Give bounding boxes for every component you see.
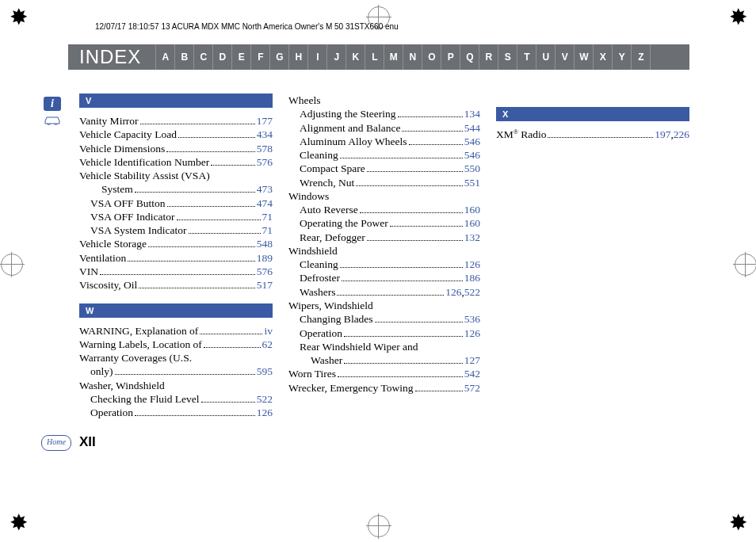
- registration-mark: [0, 252, 23, 276]
- index-page-link[interactable]: 71: [262, 223, 273, 237]
- info-icon[interactable]: i: [44, 97, 61, 111]
- alpha-link-o[interactable]: O: [422, 44, 441, 70]
- alpha-link-c[interactable]: C: [194, 44, 213, 70]
- index-page-link[interactable]: 578: [257, 142, 273, 155]
- index-entry-label: VSA System Indicator: [90, 223, 187, 237]
- index-page-link[interactable]: 71: [262, 210, 273, 223]
- index-page-link[interactable]: 127: [464, 353, 480, 367]
- index-entry-label: Alignment and Balance: [300, 121, 400, 135]
- alpha-link-p[interactable]: P: [441, 44, 460, 70]
- index-page-link[interactable]: 550: [464, 162, 480, 175]
- alpha-link-j[interactable]: J: [327, 44, 346, 70]
- index-page-link[interactable]: 551: [464, 176, 480, 189]
- index-page-link[interactable]: 522: [464, 285, 480, 299]
- index-entry-label: Auto Reverse: [300, 203, 358, 216]
- index-entry-label: Rear, Defogger: [300, 231, 365, 244]
- alpha-link-m[interactable]: M: [384, 44, 403, 70]
- index-entry-label: Warning Labels, Location of: [79, 338, 202, 351]
- index-entry-label: Windows: [288, 189, 329, 203]
- index-page-link[interactable]: 160: [464, 203, 480, 216]
- index-page-link[interactable]: 576: [257, 265, 273, 278]
- index-entry: Checking the Fluid Level522: [79, 392, 273, 406]
- index-entry: VSA System Indicator71: [79, 223, 273, 237]
- alpha-link-l[interactable]: L: [365, 44, 384, 70]
- index-entry-label: Worn Tires: [288, 367, 336, 380]
- index-entry: Alignment and Balance544: [288, 121, 480, 135]
- index-page-link[interactable]: 226: [674, 128, 689, 141]
- index-page-link[interactable]: 177: [257, 114, 273, 128]
- index-page-link[interactable]: 189: [257, 251, 273, 265]
- alpha-link-d[interactable]: D: [213, 44, 232, 70]
- index-page-link[interactable]: 126: [257, 406, 273, 419]
- index-page-link[interactable]: 536: [464, 312, 480, 326]
- index-entry-label: Operation: [90, 406, 133, 419]
- index-entry: XM® Radio197, 226: [496, 128, 689, 141]
- index-entry: Washers126, 522: [288, 285, 480, 299]
- index-page-link[interactable]: 126: [464, 258, 480, 271]
- alpha-link-f[interactable]: F: [251, 44, 270, 70]
- index-entry: Vehicle Identification Number576: [79, 155, 273, 169]
- index-page-link[interactable]: 186: [464, 271, 480, 284]
- index-page-link[interactable]: 160: [464, 216, 480, 230]
- index-entry: System473: [79, 182, 273, 196]
- car-icon[interactable]: [44, 114, 61, 125]
- index-entry-label: Wrecker, Emergency Towing: [288, 381, 414, 395]
- alpha-link-y[interactable]: Y: [613, 44, 632, 70]
- index-entry: Washer127: [288, 353, 480, 367]
- alpha-link-e[interactable]: E: [232, 44, 251, 70]
- alpha-link-u[interactable]: U: [536, 44, 556, 70]
- alpha-link-x[interactable]: X: [594, 44, 613, 70]
- index-entry: VSA OFF Button474: [79, 197, 273, 210]
- index-header-bar: INDEX ABCDEFGHIJKLMNOPQRSTUVWXYZ: [68, 44, 689, 70]
- index-entry: only)595: [79, 365, 273, 378]
- index-page-link[interactable]: 595: [257, 365, 273, 378]
- index-entry: Ventilation189: [79, 251, 273, 265]
- index-page-link[interactable]: 517: [257, 278, 273, 292]
- index-entry: Worn Tires542: [288, 367, 480, 380]
- index-entry-label: VSA OFF Indicator: [90, 210, 175, 223]
- alpha-link-r[interactable]: R: [479, 44, 498, 70]
- index-entry: Wrecker, Emergency Towing572: [288, 381, 480, 395]
- index-entry: Operating the Power160: [288, 216, 480, 230]
- index-page-link[interactable]: 134: [464, 107, 480, 120]
- index-page-link[interactable]: 197: [655, 128, 670, 141]
- index-entry-label: Checking the Fluid Level: [90, 392, 200, 406]
- index-page-link[interactable]: 434: [257, 128, 273, 141]
- alpha-link-s[interactable]: S: [498, 44, 517, 70]
- index-page-link[interactable]: 522: [257, 392, 273, 406]
- home-button[interactable]: Home: [41, 435, 71, 451]
- alpha-link-a[interactable]: A: [155, 44, 175, 70]
- index-entry: Aluminum Alloy Wheels546: [288, 135, 480, 148]
- index-page-link[interactable]: 546: [464, 148, 480, 162]
- alpha-link-w[interactable]: W: [575, 44, 594, 70]
- registration-mark: [366, 513, 390, 537]
- alpha-link-g[interactable]: G: [270, 44, 289, 70]
- index-page-link[interactable]: 546: [464, 135, 480, 148]
- index-page-link[interactable]: 126: [464, 326, 480, 340]
- alpha-link-k[interactable]: K: [346, 44, 365, 70]
- index-page-link[interactable]: 474: [257, 197, 273, 210]
- index-page-link[interactable]: 126: [445, 285, 461, 299]
- index-entry-label: Vehicle Stability Assist (VSA): [79, 169, 210, 182]
- alpha-link-v[interactable]: V: [556, 44, 575, 70]
- index-page-link[interactable]: 572: [464, 381, 480, 395]
- page-number: XII: [79, 434, 96, 450]
- index-page-link[interactable]: 132: [464, 231, 480, 244]
- index-page-link[interactable]: 542: [464, 367, 480, 380]
- alpha-link-t[interactable]: T: [517, 44, 536, 70]
- index-entry: WARNING, Explanation ofiv: [79, 324, 273, 338]
- index-page-link[interactable]: 473: [257, 182, 273, 196]
- alpha-link-n[interactable]: N: [403, 44, 422, 70]
- index-page-link[interactable]: 576: [257, 155, 273, 169]
- alpha-link-z[interactable]: Z: [632, 44, 651, 70]
- index-page-link[interactable]: 544: [464, 121, 480, 135]
- alpha-link-q[interactable]: Q: [460, 44, 479, 70]
- index-page-link[interactable]: iv: [264, 324, 273, 338]
- alpha-link-b[interactable]: B: [175, 44, 194, 70]
- alpha-link-i[interactable]: I: [308, 44, 327, 70]
- index-entry-label: Wheels: [288, 94, 320, 107]
- index-entry-label: Cleaning: [300, 148, 338, 162]
- index-page-link[interactable]: 548: [257, 237, 273, 250]
- alpha-link-h[interactable]: H: [289, 44, 308, 70]
- index-page-link[interactable]: 62: [262, 338, 273, 351]
